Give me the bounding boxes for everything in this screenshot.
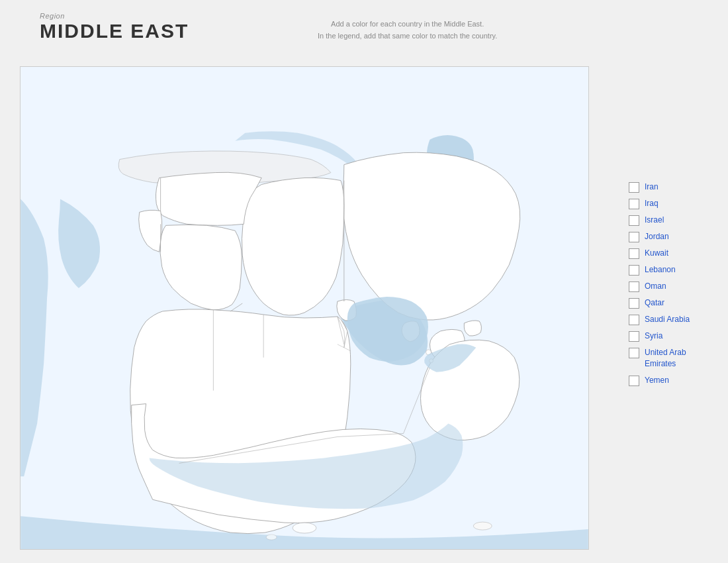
- legend-color-box[interactable]: [629, 376, 639, 386]
- legend-country-label: Jordan: [645, 231, 669, 242]
- header: Region MIDDLE EAST: [40, 12, 189, 42]
- legend-color-box[interactable]: [629, 298, 639, 309]
- instructions: Add a color for each country in the Midd…: [318, 19, 497, 42]
- legend-color-box[interactable]: [629, 215, 639, 226]
- legend-country-label: Lebanon: [645, 264, 676, 276]
- legend-country-label: Syria: [645, 331, 662, 342]
- legend-item[interactable]: Saudi Arabia: [629, 311, 715, 328]
- svg-point-2: [266, 535, 277, 540]
- legend-item[interactable]: Israel: [629, 212, 715, 229]
- legend-color-box[interactable]: [629, 232, 639, 242]
- legend-color-box[interactable]: [629, 182, 639, 193]
- legend-country-label: Iran: [645, 181, 659, 193]
- instructions-line1: Add a color for each country in the Midd…: [318, 19, 497, 30]
- page-container: Region MIDDLE EAST Add a color for each …: [0, 0, 728, 563]
- legend-color-box[interactable]: [629, 348, 639, 358]
- svg-point-1: [293, 523, 316, 533]
- legend-item[interactable]: Iraq: [629, 195, 715, 212]
- legend-item[interactable]: Jordan: [629, 229, 715, 245]
- legend-color-box[interactable]: [629, 331, 639, 342]
- legend-item[interactable]: Kuwait: [629, 245, 715, 262]
- legend-item[interactable]: Lebanon: [629, 262, 715, 278]
- region-title: MIDDLE EAST: [40, 20, 189, 42]
- legend-item[interactable]: Syria: [629, 328, 715, 344]
- legend-item[interactable]: Qatar: [629, 295, 715, 311]
- instructions-line2: In the legend, add that same color to ma…: [318, 30, 497, 42]
- legend-country-label: Yemen: [645, 375, 669, 386]
- legend-country-label: Oman: [645, 281, 666, 292]
- legend: IranIraqIsraelJordanKuwaitLebanonOmanQat…: [629, 179, 715, 389]
- legend-country-label: Saudi Arabia: [645, 314, 690, 325]
- map-container: [20, 66, 589, 550]
- legend-country-label: Israel: [645, 215, 664, 226]
- legend-item[interactable]: Oman: [629, 278, 715, 295]
- svg-point-3: [473, 522, 492, 530]
- legend-color-box[interactable]: [629, 199, 639, 209]
- legend-country-label: Iraq: [645, 198, 659, 209]
- map-svg: [21, 67, 588, 549]
- legend-color-box[interactable]: [629, 265, 639, 276]
- legend-item[interactable]: United Arab Emirates: [629, 344, 715, 372]
- legend-country-label: Kuwait: [645, 248, 668, 259]
- legend-item[interactable]: Yemen: [629, 372, 715, 389]
- legend-country-label: Qatar: [645, 297, 664, 309]
- legend-item[interactable]: Iran: [629, 179, 715, 195]
- legend-country-label: United Arab Emirates: [645, 347, 715, 370]
- legend-color-box[interactable]: [629, 315, 639, 325]
- legend-color-box[interactable]: [629, 248, 639, 259]
- region-label: Region: [40, 12, 189, 20]
- legend-color-box[interactable]: [629, 282, 639, 292]
